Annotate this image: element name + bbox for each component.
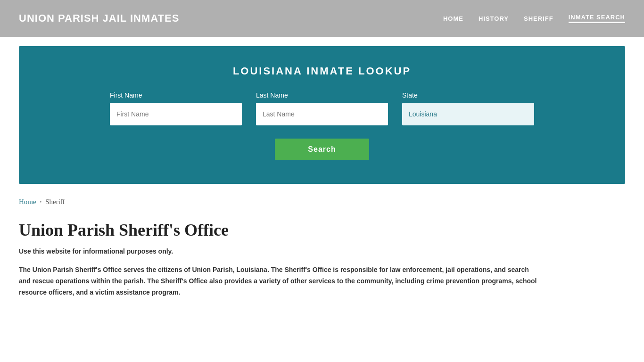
breadcrumb-separator: • [40,199,42,205]
site-header: UNION PARISH JAIL INMATES HOME HISTORY S… [0,0,644,37]
state-input[interactable] [402,103,534,125]
last-name-group: Last Name [256,91,388,125]
nav-item-home[interactable]: HOME [443,15,463,22]
breadcrumb: Home • Sheriff [19,198,625,206]
nav-item-inmate-search[interactable]: INMATE SEARCH [569,14,625,23]
inmate-lookup-panel: LOUISIANA INMATE LOOKUP First Name Last … [19,46,625,184]
site-title: UNION PARISH JAIL INMATES [19,12,179,25]
last-name-input[interactable] [256,103,388,125]
page-heading: Union Parish Sheriff's Office [19,220,625,240]
lookup-title: LOUISIANA INMATE LOOKUP [47,65,597,77]
breadcrumb-current: Sheriff [45,198,65,206]
disclaimer-text: Use this website for informational purpo… [19,247,625,255]
state-label: State [402,91,534,99]
breadcrumb-section: Home • Sheriff [0,184,644,215]
search-button[interactable]: Search [275,139,369,160]
first-name-label: First Name [110,91,242,99]
nav-item-history[interactable]: HISTORY [479,15,509,22]
first-name-input[interactable] [110,103,242,125]
main-content: Union Parish Sheriff's Office Use this w… [0,215,644,317]
description-text: The Union Parish Sheriff's Office serves… [19,264,537,298]
last-name-label: Last Name [256,91,388,99]
nav-item-sheriff[interactable]: SHERIFF [524,15,553,22]
main-nav: HOME HISTORY SHERIFF INMATE SEARCH [443,14,625,23]
state-group: State [402,91,534,125]
breadcrumb-home-link[interactable]: Home [19,198,36,206]
search-fields-row: First Name Last Name State [47,91,597,125]
first-name-group: First Name [110,91,242,125]
search-button-row: Search [47,139,597,160]
